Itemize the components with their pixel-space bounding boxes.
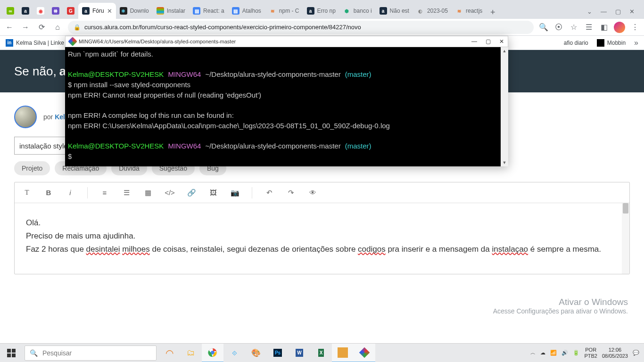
terminal-output[interactable]: Run `npm audit` for details. Kelma@DESKT… xyxy=(65,47,508,166)
tab-label: Erro np xyxy=(317,8,336,14)
taskbar-vscode[interactable]: ⟐ xyxy=(223,344,245,362)
editor-scrollbar[interactable] xyxy=(622,203,629,274)
lock-icon: 🔒 xyxy=(74,24,81,31)
address-bar[interactable]: 🔒 cursos.alura.com.br/forum/curso-react-… xyxy=(68,21,534,34)
taskbar-figma[interactable]: 🎨 xyxy=(245,344,267,362)
chrome-menu-icon[interactable]: ⋮ xyxy=(630,22,640,33)
git-bash-icon xyxy=(68,37,77,46)
taskbar-chrome[interactable] xyxy=(202,344,223,362)
tab-2[interactable]: ◉ xyxy=(33,3,48,19)
bookmarks-overflow-icon[interactable]: » xyxy=(634,39,638,47)
tray-time: 12:06 xyxy=(602,347,628,353)
tab-7[interactable]: Instalar xyxy=(153,3,189,19)
tray-volume-icon[interactable]: 🔊 xyxy=(561,350,568,356)
bookmark-afio-diario[interactable]: afio diario xyxy=(564,40,588,46)
tab-0[interactable]: ∞ xyxy=(3,3,18,19)
terminal-close-icon[interactable]: ✕ xyxy=(499,38,504,45)
windows-activation-watermark: Ativar o Windows Acesse Configurações pa… xyxy=(493,297,628,315)
home-button[interactable]: ⌂ xyxy=(52,22,63,33)
reload-button[interactable]: ⟳ xyxy=(36,22,47,33)
tray-onedrive-icon[interactable]: ☁ xyxy=(540,350,545,356)
bold-icon[interactable]: B xyxy=(43,187,54,198)
taskbar-search[interactable]: 🔍 Pesquisar xyxy=(25,346,157,361)
zoom-icon[interactable]: 🔍 xyxy=(538,22,549,33)
italic-icon[interactable]: i xyxy=(65,187,76,198)
tab-label: Não est xyxy=(390,8,409,14)
video-icon[interactable]: 📷 xyxy=(229,187,240,198)
git-bash-window[interactable]: MINGW64:/c/Users/Kelma/Desktop/alura-sty… xyxy=(65,36,508,166)
taskbar-app-1[interactable]: ◠ xyxy=(158,344,180,362)
taskbar-excel[interactable]: X xyxy=(310,344,332,362)
bookmark-star-icon[interactable]: ☆ xyxy=(569,22,579,33)
code-icon[interactable]: </> xyxy=(164,187,175,198)
terminal-titlebar[interactable]: MINGW64:/c/Users/Kelma/Desktop/alura-sty… xyxy=(65,36,508,47)
new-tab-button[interactable]: + xyxy=(486,6,499,19)
bookmark-mobbin[interactable]: Mobbin xyxy=(597,39,626,47)
terminal-maximize-icon[interactable]: ▢ xyxy=(486,38,491,45)
translate-icon[interactable]: ⦿ xyxy=(553,22,564,33)
tray-notifications-icon[interactable]: 💬 xyxy=(633,350,639,356)
tab-8[interactable]: ▤React: a xyxy=(189,3,228,19)
taskbar-app-orange[interactable] xyxy=(332,344,354,362)
taskbar-photoshop[interactable]: Ps xyxy=(267,344,289,362)
svg-rect-2 xyxy=(7,354,11,357)
redo-icon[interactable]: ↷ xyxy=(285,187,297,198)
terminal-title-text: MINGW64:/c/Users/Kelma/Desktop/alura-sty… xyxy=(79,39,236,44)
undo-icon[interactable]: ↶ xyxy=(264,187,275,198)
taskbar-apps: ◠ 🗂 ⟐ 🎨 Ps W X xyxy=(158,344,375,362)
tab-3[interactable]: ⵌ xyxy=(48,3,63,19)
terminal-scrollbar[interactable]: ▲ ▼ xyxy=(501,47,508,166)
tab-6[interactable]: ⚛Downlo xyxy=(116,3,153,19)
image-icon[interactable]: 🖼 xyxy=(207,187,219,198)
chip-projeto[interactable]: Projeto xyxy=(14,161,50,175)
tab-10[interactable]: ≋npm - C xyxy=(265,3,303,19)
tab-label: React: a xyxy=(203,8,224,14)
tab-12[interactable]: ⬢banco i xyxy=(339,3,376,19)
editor-textarea[interactable]: Olá. Preciso de mais uma ajudinha. Faz 2… xyxy=(15,203,629,274)
tray-language[interactable]: POR PTB2 xyxy=(584,347,597,358)
tab-4[interactable]: G xyxy=(63,3,78,19)
post-line-1: Olá. xyxy=(26,216,618,230)
tab-5-active[interactable]: aFóru✕ xyxy=(78,3,116,19)
link-icon[interactable]: 🔗 xyxy=(186,187,197,198)
terminal-minimize-icon[interactable]: — xyxy=(471,38,477,45)
ordered-list-icon[interactable]: ≡ xyxy=(99,187,110,198)
tray-chevron-icon[interactable]: ︿ xyxy=(530,349,536,356)
tab-15[interactable]: ≋reactjs xyxy=(452,3,486,19)
author-avatar[interactable] xyxy=(14,106,37,128)
table-icon[interactable]: ▦ xyxy=(142,187,154,198)
bookmark-linkedin[interactable]: inKelma Silva | Linke xyxy=(6,39,64,47)
tray-clock[interactable]: 12:06 08/05/2023 xyxy=(602,347,628,359)
tray-battery-icon[interactable]: 🔋 xyxy=(573,350,579,356)
tab-11[interactable]: aErro np xyxy=(303,3,339,19)
tab-9[interactable]: ▤Atalhos xyxy=(228,3,265,19)
tab-13[interactable]: aNão est xyxy=(376,3,413,19)
tab-1[interactable]: a xyxy=(18,3,33,19)
window-maximize-icon[interactable]: ▢ xyxy=(615,8,621,15)
tab-close-icon[interactable]: ✕ xyxy=(107,8,112,15)
chrome-dropdown-icon[interactable]: ⌄ xyxy=(587,8,592,15)
browser-tabstrip: ∞ a ◉ ⵌ G aFóru✕ ⚛Downlo Instalar ▤React… xyxy=(0,0,644,19)
tray-date: 08/05/2023 xyxy=(602,353,628,359)
svg-rect-1 xyxy=(12,349,16,353)
side-panel-icon[interactable]: ◧ xyxy=(599,22,609,33)
window-minimize-icon[interactable]: — xyxy=(601,8,607,15)
taskbar-word[interactable]: W xyxy=(289,344,310,362)
start-button[interactable] xyxy=(0,344,23,362)
taskbar-explorer[interactable]: 🗂 xyxy=(180,344,202,362)
unordered-list-icon[interactable]: ☰ xyxy=(121,187,132,198)
taskbar-gitbash[interactable] xyxy=(354,344,375,362)
window-close-icon[interactable]: ✕ xyxy=(629,8,635,15)
preview-icon[interactable]: 👁 xyxy=(307,187,318,198)
forward-button[interactable]: → xyxy=(20,22,31,33)
svg-rect-0 xyxy=(7,349,11,353)
tab-label: reactjs xyxy=(466,8,482,14)
profile-avatar[interactable] xyxy=(614,22,625,33)
svg-rect-3 xyxy=(12,354,16,357)
back-button[interactable]: ← xyxy=(4,22,15,33)
tab-label: Downlo xyxy=(130,8,149,14)
reading-list-icon[interactable]: ☰ xyxy=(584,22,594,33)
tray-wifi-icon[interactable]: 📶 xyxy=(550,350,557,356)
format-text-icon[interactable]: T xyxy=(21,187,33,198)
tab-14[interactable]: ◐2023-05 xyxy=(413,3,452,19)
